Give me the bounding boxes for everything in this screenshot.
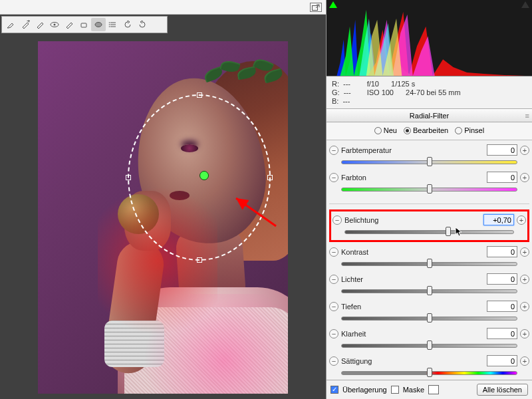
- slider-track-saturation[interactable]: [341, 369, 517, 377]
- minus-icon[interactable]: −: [329, 356, 338, 366]
- minus-icon[interactable]: −: [329, 302, 338, 311]
- svg-point-7: [109, 24, 110, 25]
- overlay-checkbox[interactable]: [331, 386, 338, 394]
- slider-label: Belichtung: [344, 216, 403, 224]
- slider-label: Lichter: [341, 275, 400, 283]
- minus-icon[interactable]: −: [329, 275, 338, 284]
- radio-icon[interactable]: [374, 127, 382, 134]
- plus-icon[interactable]: +: [520, 356, 529, 366]
- clear-all-button[interactable]: Alle löschen: [477, 384, 528, 396]
- mode-brush-label: Pinsel: [464, 126, 484, 134]
- radial-tool-icon[interactable]: [91, 18, 106, 31]
- slider-value-input[interactable]: [487, 172, 517, 183]
- brush-c-tool-icon[interactable]: [62, 18, 76, 31]
- slider-label: Farbtemperatur: [341, 146, 400, 154]
- edit-pin-tool-icon[interactable]: [3, 18, 18, 31]
- plus-icon[interactable]: +: [520, 247, 529, 257]
- photo-preview[interactable]: [38, 41, 288, 394]
- rotate-cw-icon[interactable]: [135, 18, 150, 31]
- slider-temp: − Farbtemperatur +: [329, 143, 529, 157]
- slider-contrast: − Kontrast +: [329, 245, 529, 259]
- right-panel: R:--- G:--- B:--- f/10 1/125 s ISO 100 2…: [326, 0, 532, 399]
- slider-track-tint[interactable]: [341, 186, 517, 194]
- brush-b-tool-icon[interactable]: [33, 18, 47, 31]
- histogram[interactable]: [327, 0, 532, 76]
- meta-aperture: f/10: [367, 80, 379, 88]
- mode-edit[interactable]: Bearbeiten: [404, 126, 448, 134]
- mode-brush[interactable]: Pinsel: [455, 126, 484, 134]
- slider-value-input[interactable]: [487, 355, 517, 366]
- slider-saturation: − Sättigung +: [329, 354, 529, 368]
- slider-track-clarity[interactable]: [341, 342, 517, 350]
- slider-value-input[interactable]: [483, 214, 514, 225]
- overlay-label: Überlagerung: [342, 386, 387, 394]
- shadow-clip-icon[interactable]: [329, 1, 337, 8]
- svg-rect-4: [81, 23, 86, 27]
- list-tool-icon[interactable]: [106, 18, 120, 31]
- minus-icon[interactable]: −: [329, 247, 338, 257]
- mask-color-swatch[interactable]: [428, 385, 439, 394]
- svg-rect-0: [313, 5, 318, 10]
- meta-b-label: B:: [332, 97, 338, 105]
- slider-value-input[interactable]: [487, 246, 517, 257]
- meta-r-label: R:: [332, 80, 339, 88]
- minus-icon[interactable]: −: [329, 173, 338, 182]
- slider-label: Tiefen: [341, 303, 400, 311]
- meta-r-value: ---: [343, 80, 350, 88]
- plus-icon[interactable]: +: [520, 275, 529, 284]
- mode-new-label: Neu: [384, 126, 397, 134]
- slider-value-input[interactable]: [487, 273, 517, 285]
- minus-icon[interactable]: −: [329, 329, 338, 338]
- svg-point-8: [109, 26, 110, 27]
- brush-a-tool-icon[interactable]: +: [18, 18, 33, 31]
- rotate-ccw-icon[interactable]: [120, 18, 135, 31]
- plus-icon[interactable]: +: [517, 215, 526, 225]
- mode-edit-label: Bearbeiten: [413, 126, 448, 134]
- plus-icon[interactable]: +: [520, 329, 529, 338]
- svg-point-3: [54, 24, 56, 26]
- exif-readout: R:--- G:--- B:--- f/10 1/125 s ISO 100 2…: [327, 76, 532, 109]
- slider-label: Klarheit: [341, 330, 400, 338]
- exposure-highlight-box: − Belichtung +: [329, 209, 529, 242]
- highlight-clip-icon[interactable]: [521, 1, 529, 8]
- slider-value-input[interactable]: [487, 328, 517, 339]
- mask-label: Maske: [403, 386, 424, 394]
- slider-track-shadows[interactable]: [341, 315, 517, 323]
- slider-track-contrast[interactable]: [341, 260, 517, 268]
- erase-tool-icon[interactable]: [76, 18, 91, 31]
- panel-footer: Überlagerung Maske Alle löschen: [327, 380, 532, 399]
- plus-icon[interactable]: +: [520, 146, 529, 155]
- radial-filter-pin[interactable]: [200, 171, 209, 180]
- slider-track-exposure[interactable]: [344, 228, 514, 236]
- slider-clarity: − Klarheit +: [329, 327, 529, 340]
- radio-icon[interactable]: [404, 127, 411, 134]
- meta-b-value: ---: [342, 97, 350, 105]
- svg-point-5: [95, 23, 102, 27]
- minus-icon[interactable]: −: [332, 215, 342, 225]
- slider-value-input[interactable]: [487, 301, 517, 312]
- slider-shadows: − Tiefen +: [329, 299, 529, 313]
- mode-new[interactable]: Neu: [374, 126, 397, 134]
- svg-text:+: +: [27, 20, 30, 25]
- meta-g-label: G:: [332, 88, 340, 96]
- panel-title-text: Radial-Filter: [410, 112, 449, 120]
- minus-icon[interactable]: −: [329, 146, 338, 155]
- eye-tool-icon[interactable]: [47, 18, 62, 31]
- radio-icon[interactable]: [455, 127, 462, 134]
- slider-value-input[interactable]: [487, 144, 517, 156]
- mode-row: Neu Bearbeiten Pinsel: [327, 122, 532, 140]
- meta-lens: 24-70 bei 55 mm: [406, 88, 461, 96]
- plus-icon[interactable]: +: [520, 173, 529, 182]
- panel-title: Radial-Filter ≡: [327, 109, 532, 122]
- mask-checkbox[interactable]: [391, 386, 399, 394]
- plus-icon[interactable]: +: [520, 302, 529, 311]
- slider-track-lights[interactable]: [341, 287, 517, 295]
- slider-track-temp[interactable]: [341, 158, 517, 166]
- slider-tint: − Farbton +: [329, 170, 529, 184]
- slider-label: Kontrast: [341, 248, 400, 256]
- panel-menu-icon[interactable]: ≡: [525, 112, 528, 120]
- image-canvas[interactable]: [0, 35, 326, 399]
- export-icon[interactable]: [310, 3, 322, 12]
- meta-g-value: ---: [344, 88, 351, 96]
- slider-exposure: − Belichtung +: [332, 213, 526, 227]
